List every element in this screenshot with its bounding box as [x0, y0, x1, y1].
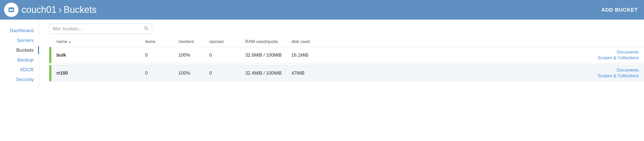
bucket-name: rr100 — [56, 70, 145, 76]
bucket-name: bulk — [56, 52, 145, 58]
sort-asc-icon: ▲ — [69, 40, 71, 43]
chevron-right-icon: › — [59, 4, 62, 15]
column-header-ops[interactable]: ops/sec — [209, 39, 245, 44]
documents-link[interactable]: Documents — [617, 68, 639, 73]
svg-point-0 — [145, 27, 147, 29]
bucket-row[interactable]: rr1000100%032.4MiB / 100MiB47MiBDocument… — [49, 65, 644, 81]
column-header-ram[interactable]: RAM used/quota — [245, 39, 291, 44]
svg-line-1 — [147, 29, 148, 30]
bucket-resident: 100% — [178, 52, 209, 58]
column-header-disk[interactable]: disk used — [291, 39, 336, 44]
content: DashboardServersBucketsBackupXDCRSecurit… — [0, 20, 644, 90]
sidebar-item-servers[interactable]: Servers — [0, 36, 39, 45]
filter-box — [49, 24, 152, 34]
column-header-name[interactable]: name ▲ — [56, 39, 145, 44]
bucket-row[interactable]: bulk0100%032.6MiB / 100MiB16.1MiBDocumen… — [49, 47, 644, 63]
main-panel: name ▲ items resident ops/sec RAM used/q… — [39, 20, 644, 90]
bucket-items: 0 — [145, 52, 178, 58]
add-bucket-button[interactable]: ADD BUCKET — [601, 7, 638, 13]
bucket-items: 0 — [145, 70, 178, 76]
cluster-name[interactable]: couch01 — [22, 4, 56, 15]
column-header-actions — [336, 39, 644, 44]
row-actions: DocumentsScopes & Collections — [336, 50, 644, 60]
search-icon[interactable] — [144, 26, 149, 32]
row-actions: DocumentsScopes & Collections — [336, 68, 644, 78]
scopes-collections-link[interactable]: Scopes & Collections — [598, 55, 639, 60]
column-header-resident[interactable]: resident — [178, 39, 209, 44]
breadcrumb: couch01 › Buckets — [22, 4, 97, 15]
sidebar-item-xdcr[interactable]: XDCR — [0, 65, 39, 75]
bucket-ram: 32.6MiB / 100MiB — [245, 52, 291, 58]
couchbase-logo-icon — [4, 3, 18, 17]
status-indicator — [49, 65, 51, 81]
sidebar-item-backup[interactable]: Backup — [0, 55, 39, 65]
bucket-list: bulk0100%032.6MiB / 100MiB16.1MiBDocumen… — [49, 47, 644, 81]
sidebar: DashboardServersBucketsBackupXDCRSecurit… — [0, 20, 39, 90]
bucket-disk: 16.1MiB — [291, 52, 336, 58]
bucket-ops: 0 — [209, 52, 245, 58]
filter-buckets-input[interactable] — [53, 26, 144, 32]
bucket-ops: 0 — [209, 70, 245, 76]
bucket-disk: 47MiB — [291, 70, 336, 76]
scopes-collections-link[interactable]: Scopes & Collections — [598, 73, 639, 78]
sidebar-item-dashboard[interactable]: Dashboard — [0, 26, 39, 36]
bucket-ram: 32.4MiB / 100MiB — [245, 70, 291, 76]
sidebar-item-buckets[interactable]: Buckets — [0, 45, 39, 55]
documents-link[interactable]: Documents — [617, 50, 639, 55]
header-left: couch01 › Buckets — [4, 3, 97, 17]
sidebar-item-security[interactable]: Security — [0, 75, 39, 84]
column-header-items[interactable]: items — [145, 39, 178, 44]
bucket-resident: 100% — [178, 70, 209, 76]
table-header: name ▲ items resident ops/sec RAM used/q… — [49, 37, 644, 47]
page-title: Buckets — [64, 4, 97, 15]
page-header: couch01 › Buckets ADD BUCKET — [0, 0, 644, 20]
status-indicator — [49, 47, 51, 63]
